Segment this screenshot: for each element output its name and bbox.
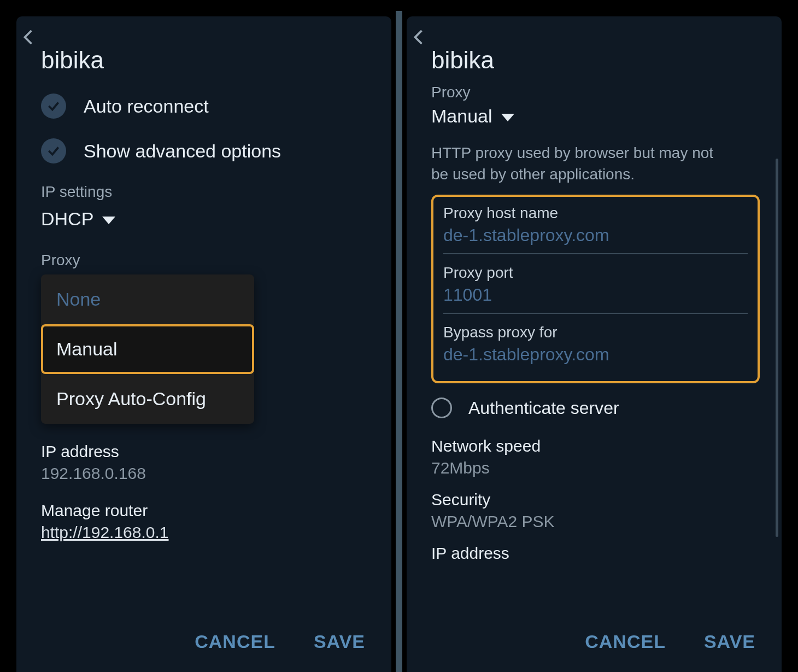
security-value: WPA/WPA2 PSK xyxy=(431,512,760,531)
cancel-button[interactable]: CANCEL xyxy=(195,631,275,652)
save-button[interactable]: SAVE xyxy=(314,631,365,652)
authenticate-server-label: Authenticate server xyxy=(468,398,619,418)
proxy-description: HTTP proxy used by browser but may not b… xyxy=(431,142,715,185)
wifi-settings-dialog-left: bibika Auto reconnect Show advanced opti… xyxy=(16,16,391,672)
proxy-label: Proxy xyxy=(431,84,760,101)
ip-settings-dropdown[interactable]: DHCP xyxy=(41,208,369,230)
vertical-divider xyxy=(396,11,402,672)
proxy-port-field[interactable]: Proxy port 11001 xyxy=(443,264,748,314)
dialog-footer: CANCEL SAVE xyxy=(16,613,391,672)
chevron-down-icon xyxy=(501,114,514,121)
proxy-label: Proxy xyxy=(41,252,369,269)
manage-router-link[interactable]: http://192.168.0.1 xyxy=(41,523,169,541)
show-advanced-row[interactable]: Show advanced options xyxy=(41,138,369,163)
proxy-host-field[interactable]: Proxy host name de-1.stableproxy.com xyxy=(443,204,748,254)
auto-reconnect-label: Auto reconnect xyxy=(84,96,209,117)
check-icon xyxy=(41,94,66,119)
proxy-options-popup: None Manual Proxy Auto-Config xyxy=(41,274,254,424)
network-title: bibika xyxy=(41,46,369,74)
chevron-down-icon xyxy=(102,217,115,224)
security-label: Security xyxy=(431,490,760,509)
proxy-host-label: Proxy host name xyxy=(443,204,748,222)
wifi-settings-dialog-right: bibika Proxy Manual HTTP proxy used by b… xyxy=(407,16,782,672)
proxy-option-none[interactable]: None xyxy=(41,274,254,324)
bypass-proxy-value[interactable]: de-1.stableproxy.com xyxy=(443,344,748,366)
network-speed-label: Network speed xyxy=(431,437,760,455)
network-speed-value: 72Mbps xyxy=(431,459,760,477)
check-icon xyxy=(41,138,66,163)
dialog-footer: CANCEL SAVE xyxy=(407,613,782,672)
proxy-host-value[interactable]: de-1.stableproxy.com xyxy=(443,225,748,254)
auto-reconnect-row[interactable]: Auto reconnect xyxy=(41,94,369,119)
radio-icon xyxy=(431,398,452,418)
scrollbar[interactable] xyxy=(776,159,778,537)
show-advanced-label: Show advanced options xyxy=(84,141,281,162)
network-title: bibika xyxy=(431,46,760,74)
proxy-option-manual[interactable]: Manual xyxy=(41,324,254,374)
proxy-port-label: Proxy port xyxy=(443,264,748,282)
proxy-dropdown[interactable]: Manual xyxy=(431,106,760,127)
ip-address-label: IP address xyxy=(41,442,369,461)
proxy-value: Manual xyxy=(431,106,492,127)
bypass-proxy-label: Bypass proxy for xyxy=(443,324,748,341)
save-button[interactable]: SAVE xyxy=(704,631,755,652)
manage-router-label: Manage router xyxy=(41,501,369,520)
proxy-port-value[interactable]: 11001 xyxy=(443,285,748,314)
proxy-option-pac[interactable]: Proxy Auto-Config xyxy=(41,374,254,424)
ip-address-label: IP address xyxy=(431,544,760,563)
cancel-button[interactable]: CANCEL xyxy=(585,631,666,652)
ip-settings-value: DHCP xyxy=(41,208,93,230)
ip-address-value: 192.168.0.168 xyxy=(41,464,369,483)
bypass-proxy-field[interactable]: Bypass proxy for de-1.stableproxy.com xyxy=(443,324,748,366)
proxy-fields-highlight: Proxy host name de-1.stableproxy.com Pro… xyxy=(431,195,760,383)
ip-settings-label: IP settings xyxy=(41,183,369,201)
authenticate-server-row[interactable]: Authenticate server xyxy=(431,398,760,418)
